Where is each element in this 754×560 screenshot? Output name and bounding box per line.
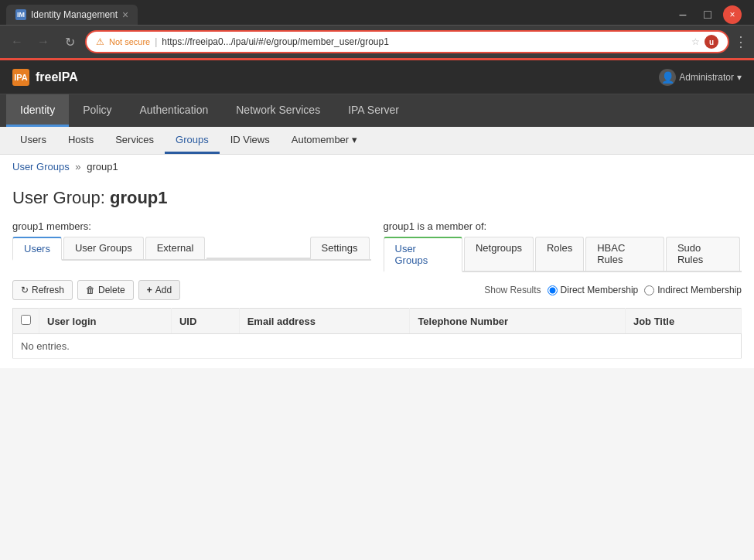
refresh-btn[interactable]: ↻ Refresh bbox=[12, 280, 73, 300]
main-nav-ipa-server[interactable]: IPA Server bbox=[334, 94, 413, 127]
members-label: group1 members: bbox=[12, 220, 371, 232]
security-warning-icon: ⚠ bbox=[96, 36, 104, 47]
url-text[interactable]: https://freeipa0.../ipa/ui/#/e/group/mem… bbox=[162, 36, 687, 47]
address-bar[interactable]: ⚠ Not secure | https://freeipa0.../ipa/u… bbox=[85, 30, 729, 53]
main-nav-authentication[interactable]: Authentication bbox=[126, 94, 223, 127]
page-title: User Group: group1 bbox=[12, 188, 742, 208]
users-table: User login UID Email address Telephone N… bbox=[12, 308, 742, 359]
browser-tab[interactable]: IM Identity Management × bbox=[6, 5, 138, 25]
delete-btn[interactable]: 🗑 Delete bbox=[77, 280, 134, 300]
breadcrumb-current: group1 bbox=[87, 161, 118, 172]
indirect-membership-option[interactable]: Indirect Membership bbox=[644, 285, 742, 295]
add-label: Add bbox=[155, 285, 172, 295]
select-all-checkbox[interactable] bbox=[21, 315, 31, 325]
tab-close-btn[interactable]: × bbox=[122, 9, 128, 20]
members-section: group1 members: Users User Groups Extern… bbox=[12, 220, 371, 272]
members-tabs: Users User Groups External Settings bbox=[12, 237, 371, 261]
show-results-label: Show Results bbox=[484, 285, 541, 295]
sub-nav-users[interactable]: Users bbox=[9, 127, 57, 154]
back-btn[interactable]: ← bbox=[6, 31, 28, 53]
tab-memberof-roles[interactable]: Roles bbox=[535, 237, 584, 271]
user-caret-icon: ▾ bbox=[737, 72, 742, 83]
sub-nav-id-views[interactable]: ID Views bbox=[220, 127, 281, 154]
freeipa-app: IPA freeIPA 👤 Administrator ▾ Identity P… bbox=[0, 60, 754, 368]
delete-icon: 🗑 bbox=[86, 285, 95, 295]
indirect-membership-radio[interactable] bbox=[644, 285, 654, 295]
delete-label: Delete bbox=[98, 285, 125, 295]
tab-favicon: IM bbox=[15, 9, 26, 20]
browser-window-controls: – □ × bbox=[674, 5, 748, 24]
tab-members-external[interactable]: External bbox=[145, 237, 206, 259]
table-header-uid: UID bbox=[171, 309, 239, 334]
sub-nav-groups[interactable]: Groups bbox=[165, 127, 220, 154]
browser-nav-bar: ← → ↻ ⚠ Not secure | https://freeipa0...… bbox=[0, 25, 754, 58]
maximize-btn[interactable]: □ bbox=[698, 5, 717, 24]
direct-label: Direct Membership bbox=[561, 285, 639, 295]
main-nav-network-services[interactable]: Network Services bbox=[222, 94, 334, 127]
browser-tab-bar: IM Identity Management × – □ × bbox=[0, 0, 754, 25]
page-content: User Group: group1 group1 members: Users… bbox=[0, 179, 754, 368]
table-header-user-login: User login bbox=[39, 309, 172, 334]
user-avatar-icon: 👤 bbox=[659, 69, 676, 86]
table-header-job-title: Job Title bbox=[625, 309, 741, 334]
table-header-row: User login UID Email address Telephone N… bbox=[13, 309, 742, 334]
brand-icon-text: IPA bbox=[14, 73, 28, 82]
address-separator: | bbox=[155, 36, 157, 47]
main-nav: Identity Policy Authentication Network S… bbox=[0, 94, 754, 127]
app-topbar: IPA freeIPA 👤 Administrator ▾ bbox=[0, 60, 754, 94]
table-empty-row: No entries. bbox=[13, 334, 742, 359]
breadcrumb: User Groups » group1 bbox=[0, 155, 754, 179]
member-of-tabs: User Groups Netgroups Roles HBAC Rules S… bbox=[384, 237, 742, 272]
tab-memberof-netgroups[interactable]: Netgroups bbox=[464, 237, 534, 271]
reload-btn[interactable]: ↻ bbox=[59, 31, 80, 53]
browser-chrome: IM Identity Management × – □ × ← → ↻ ⚠ N… bbox=[0, 0, 754, 60]
table-header-email: Email address bbox=[239, 309, 410, 334]
tab-title: Identity Management bbox=[31, 9, 118, 20]
breadcrumb-separator: » bbox=[75, 161, 80, 172]
members-layout: group1 members: Users User Groups Extern… bbox=[12, 220, 742, 272]
close-btn[interactable]: × bbox=[723, 5, 742, 24]
brand-icon: IPA bbox=[12, 69, 29, 86]
sub-nav-automember[interactable]: Automember ▾ bbox=[281, 127, 368, 154]
tab-memberof-sudo[interactable]: Sudo Rules bbox=[666, 237, 740, 271]
breadcrumb-parent-link[interactable]: User Groups bbox=[12, 161, 70, 172]
sub-nav-hosts[interactable]: Hosts bbox=[57, 127, 104, 154]
tab-settings[interactable]: Settings bbox=[310, 237, 370, 259]
minimize-btn[interactable]: – bbox=[674, 5, 692, 24]
no-entries-message: No entries. bbox=[13, 334, 742, 359]
table-header-checkbox bbox=[13, 309, 39, 334]
tab-memberof-hbac[interactable]: HBAC Rules bbox=[585, 237, 664, 271]
brand-name: freeIPA bbox=[36, 70, 78, 84]
app-brand: IPA freeIPA bbox=[12, 69, 659, 86]
direct-membership-radio[interactable] bbox=[548, 285, 558, 295]
tab-members-users[interactable]: Users bbox=[12, 237, 62, 261]
sub-nav-services[interactable]: Services bbox=[104, 127, 165, 154]
member-of-label: group1 is a member of: bbox=[384, 220, 742, 232]
show-results-controls: Show Results Direct Membership Indirect … bbox=[484, 285, 742, 295]
extension-icon: u bbox=[705, 35, 718, 49]
indirect-label: Indirect Membership bbox=[657, 285, 742, 295]
user-label: Administrator bbox=[679, 72, 734, 83]
add-icon: + bbox=[147, 285, 152, 295]
tab-memberof-user-groups[interactable]: User Groups bbox=[384, 237, 462, 272]
add-btn[interactable]: + Add bbox=[138, 280, 180, 300]
forward-btn[interactable]: → bbox=[32, 31, 54, 53]
not-secure-label: Not secure bbox=[109, 37, 150, 46]
refresh-label: Refresh bbox=[32, 285, 64, 295]
toolbar: ↻ Refresh 🗑 Delete + Add Show Results Di… bbox=[12, 280, 742, 300]
browser-more-btn[interactable]: ⋮ bbox=[734, 33, 748, 50]
bookmark-icon[interactable]: ☆ bbox=[691, 36, 700, 47]
tab-members-user-groups[interactable]: User Groups bbox=[63, 237, 144, 259]
member-of-section: group1 is a member of: User Groups Netgr… bbox=[384, 220, 742, 272]
main-nav-policy[interactable]: Policy bbox=[69, 94, 125, 127]
main-nav-identity[interactable]: Identity bbox=[6, 94, 69, 127]
sub-nav: Users Hosts Services Groups ID Views Aut… bbox=[0, 127, 754, 155]
table-header-phone: Telephone Number bbox=[410, 309, 626, 334]
direct-membership-option[interactable]: Direct Membership bbox=[548, 285, 639, 295]
refresh-icon: ↻ bbox=[21, 285, 29, 295]
user-menu[interactable]: 👤 Administrator ▾ bbox=[659, 69, 742, 86]
automember-dropdown-icon: ▾ bbox=[352, 134, 357, 145]
